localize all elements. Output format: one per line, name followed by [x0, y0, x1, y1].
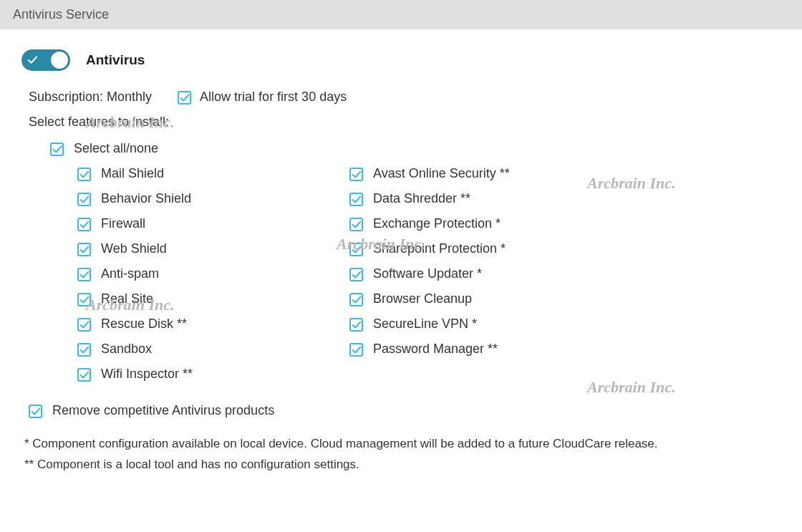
feature-checkbox[interactable]	[349, 268, 363, 281]
feature-label: Avast Online Security **	[373, 166, 510, 181]
feature-item: Sandbox	[77, 342, 349, 357]
antivirus-toggle[interactable]	[21, 49, 70, 71]
feature-item: Behavior Shield	[77, 191, 349, 206]
feature-checkbox[interactable]	[77, 293, 91, 306]
remove-competitive-label: Remove competitive Antivirus products	[52, 403, 274, 418]
feature-item: Wifi Inspector **	[77, 367, 349, 382]
subscription-label: Subscription: Monthly	[29, 90, 152, 105]
feature-label: Software Updater *	[373, 266, 482, 281]
check-icon	[27, 55, 38, 66]
panel-title: Antivirus Service	[13, 7, 109, 21]
feature-checkbox[interactable]	[349, 193, 363, 206]
select-features-label: Select features to install:	[29, 115, 781, 130]
feature-checkbox[interactable]	[349, 293, 363, 306]
feature-item: Anti-spam	[77, 266, 349, 281]
feature-checkbox[interactable]	[77, 343, 91, 357]
feature-item: Sharepoint Protection *	[349, 241, 622, 256]
feature-checkbox[interactable]	[77, 318, 91, 332]
feature-item: Browser Cleanup	[349, 291, 622, 306]
feature-label: Data Shredder **	[373, 191, 470, 206]
feature-checkbox[interactable]	[77, 193, 91, 206]
feature-label: Anti-spam	[101, 266, 159, 281]
feature-item: Avast Online Security **	[349, 166, 622, 181]
select-all-label: Select all/none	[74, 141, 158, 156]
feature-checkbox[interactable]	[77, 243, 91, 256]
feature-checkbox[interactable]	[77, 268, 91, 281]
feature-item: Mail Shield	[77, 166, 349, 181]
feature-label: Wifi Inspector **	[101, 367, 193, 382]
feature-item: Real Site	[77, 291, 349, 306]
panel-header: Antivirus Service	[0, 0, 802, 29]
feature-checkbox[interactable]	[349, 218, 363, 231]
feature-checkbox[interactable]	[77, 368, 91, 382]
feature-checkbox[interactable]	[349, 343, 363, 357]
toggle-knob	[51, 52, 68, 69]
feature-label: Web Shield	[101, 241, 167, 256]
antivirus-toggle-label: Antivirus	[86, 52, 145, 68]
feature-checkbox[interactable]	[349, 168, 363, 181]
feature-checkbox[interactable]	[77, 218, 91, 231]
allow-trial-checkbox[interactable]	[178, 91, 191, 105]
feature-label: Mail Shield	[101, 166, 164, 181]
feature-label: Sharepoint Protection *	[373, 241, 506, 256]
feature-item: Rescue Disk **	[77, 316, 349, 332]
feature-label: Browser Cleanup	[373, 291, 472, 306]
feature-item: Data Shredder **	[349, 191, 622, 206]
feature-label: Exchange Protection *	[373, 216, 501, 231]
feature-checkbox[interactable]	[349, 243, 363, 256]
feature-label: Rescue Disk **	[101, 316, 187, 332]
select-all-checkbox[interactable]	[50, 142, 64, 156]
footnote-1: * Component configuration available on l…	[24, 434, 781, 455]
remove-competitive-checkbox[interactable]	[29, 405, 42, 418]
feature-item: Firewall	[77, 216, 349, 231]
feature-label: SecureLine VPN *	[373, 316, 477, 332]
feature-label: Sandbox	[101, 342, 152, 357]
footnote-2: ** Component is a local tool and has no …	[24, 455, 781, 475]
feature-checkbox[interactable]	[77, 168, 91, 181]
feature-item: Software Updater *	[349, 266, 622, 281]
feature-label: Firewall	[101, 216, 145, 231]
feature-label: Real Site	[101, 291, 153, 306]
feature-item: Web Shield	[77, 241, 349, 256]
feature-item: SecureLine VPN *	[349, 316, 622, 332]
feature-label: Behavior Shield	[101, 191, 191, 206]
feature-checkbox[interactable]	[349, 318, 363, 332]
feature-item: Password Manager **	[349, 342, 622, 357]
allow-trial-label: Allow trial for first 30 days	[200, 90, 347, 105]
feature-label: Password Manager **	[373, 342, 498, 357]
feature-item: Exchange Protection *	[349, 216, 622, 231]
